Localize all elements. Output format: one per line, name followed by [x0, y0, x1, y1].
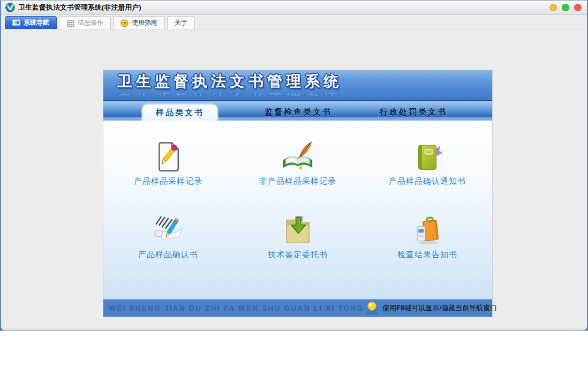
grid-icon [66, 19, 74, 27]
item-label: 非产品样品采样记录 [259, 176, 336, 186]
tab-sample-documents[interactable]: 样品类文书 [142, 104, 217, 121]
tab-label: 监督检查类文书 [265, 107, 332, 116]
item-label: 产品样品采样记录 [134, 176, 202, 186]
item-product-sample-confirmation[interactable]: 产品样品确认书 [103, 213, 233, 260]
item-label: 产品样品确认通知书 [389, 176, 466, 186]
tab-administrative-penalty-documents[interactable]: 行政处罚类文书 [380, 101, 447, 121]
minimize-button[interactable] [549, 4, 557, 11]
app-logo-icon [5, 3, 15, 12]
book-quill-icon [281, 140, 314, 173]
panel-title-reflection: 卫生监督执法文书管理系统 [103, 93, 492, 100]
panel-title: 卫生监督执法文书管理系统 [117, 71, 342, 92]
grid-row: 产品样品采样记录 [103, 121, 492, 186]
item-nonproduct-sample-record[interactable]: 非产品样品采样记录 [233, 140, 363, 186]
pinyin-watermark: WEI SHENG JIAN DU ZHI FA WEN SHU GUAN LI… [109, 304, 364, 312]
item-label: 技术鉴定委托书 [268, 250, 328, 260]
tab-supervision-inspection-documents[interactable]: 监督检查类文书 [265, 101, 332, 121]
tab-label: 行政处罚类文书 [380, 107, 447, 116]
folder-download-icon [281, 213, 314, 246]
tab-system-navigation[interactable]: 系统导航 [5, 16, 57, 29]
tab-label: 信息操作 [78, 18, 103, 27]
document-pencil-icon [152, 140, 185, 173]
shortcut-grid: 产品样品采样记录 [103, 121, 492, 299]
window-controls [549, 4, 583, 11]
item-label: 产品样品确认书 [138, 250, 198, 260]
tab-label: 使用指南 [132, 18, 157, 27]
desktop-background: 卫生监督执法文书管理系统(非注册用户) 系统导航 [0, 0, 588, 381]
tab-label: 系统导航 [24, 18, 49, 27]
scroll-pencil-icon [152, 213, 185, 246]
main-nav-bar: 系统导航 信息操作 ? 使用指南 关于 [1, 15, 587, 29]
item-product-sample-record[interactable]: 产品样品采样记录 [103, 140, 233, 186]
item-technical-appraisal-commission[interactable]: 技术鉴定委托书 [233, 213, 363, 260]
item-inspection-result-notice[interactable]: 检查结果告知书 [363, 213, 492, 260]
panel-header: 卫生监督执法文书管理系统 [103, 70, 492, 93]
item-product-sample-confirm-notice[interactable]: 产品样品确认通知书 [363, 140, 492, 186]
briefcase-device-icon [411, 213, 444, 246]
close-button[interactable] [574, 4, 582, 11]
item-label: 检查结果告知书 [397, 250, 457, 260]
grid-row: 产品样品确认书 技术鉴定委托书 [103, 186, 492, 260]
f8-key-label: F8 [396, 304, 404, 312]
tab-label: 关于 [175, 18, 187, 27]
tab-about[interactable]: 关于 [167, 16, 195, 29]
navigation-panel: 卫生监督执法文书管理系统 卫生监督执法文书管理系统 样品类文书 监督检查类文书 … [103, 70, 492, 317]
tab-label: 样品类文书 [156, 108, 204, 118]
zoom-button[interactable] [562, 4, 569, 11]
tab-user-guide[interactable]: ? 使用指南 [113, 16, 165, 29]
f8-hint-text: 使用F8键可以显示/隐藏当前导航窗口 [382, 303, 497, 313]
panel-footer: WEI SHENG JIAN DU ZHI FA WEN SHU GUAN LI… [103, 299, 492, 317]
notebook-ribbon-icon [411, 140, 444, 173]
svg-text:?: ? [123, 20, 126, 26]
title-bar: 卫生监督执法文书管理系统(非注册用户) [1, 1, 587, 15]
tab-info-operations[interactable]: 信息操作 [59, 16, 111, 29]
app-window: 卫生监督执法文书管理系统(非注册用户) 系统导航 [0, 0, 588, 331]
window-icon [12, 19, 20, 27]
help-icon: ? [120, 19, 129, 27]
lightbulb-icon [366, 301, 378, 316]
window-title: 卫生监督执法文书管理系统(非注册用户) [18, 3, 141, 12]
document-category-tabs: 样品类文书 监督检查类文书 行政处罚类文书 [103, 101, 492, 121]
